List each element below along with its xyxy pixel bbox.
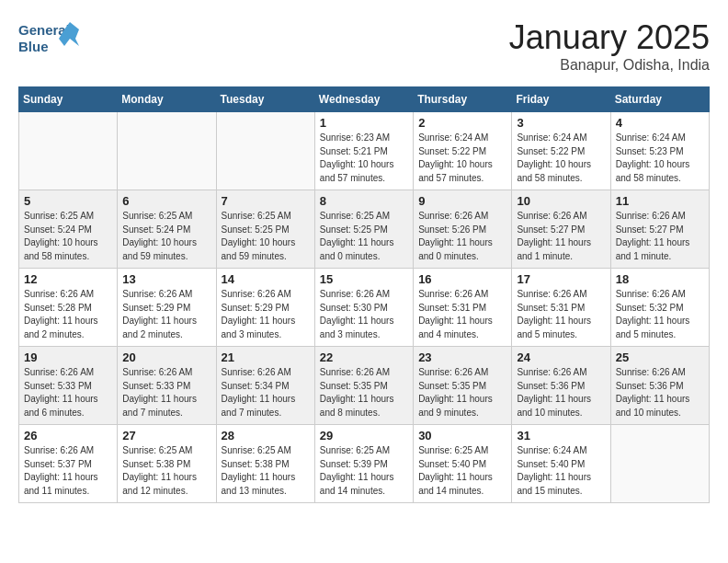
calendar-cell: 19Sunrise: 6:26 AM Sunset: 5:33 PM Dayli…	[19, 347, 118, 425]
day-number: 10	[517, 194, 605, 208]
day-number: 31	[517, 429, 605, 442]
day-info: Sunrise: 6:26 AM Sunset: 5:37 PM Dayligh…	[24, 444, 112, 498]
calendar-cell: 24Sunrise: 6:26 AM Sunset: 5:36 PM Dayli…	[512, 347, 610, 425]
calendar-cell: 17Sunrise: 6:26 AM Sunset: 5:31 PM Dayli…	[512, 269, 610, 347]
day-info: Sunrise: 6:25 AM Sunset: 5:38 PM Dayligh…	[222, 444, 310, 498]
calendar-table: SundayMondayTuesdayWednesdayThursdayFrid…	[18, 86, 710, 503]
svg-text:Blue: Blue	[18, 39, 49, 54]
day-number: 3	[517, 116, 605, 130]
day-info: Sunrise: 6:26 AM Sunset: 5:29 PM Dayligh…	[222, 288, 310, 341]
calendar-cell: 8Sunrise: 6:25 AM Sunset: 5:25 PM Daylig…	[314, 190, 413, 269]
day-number: 7	[222, 194, 310, 208]
day-info: Sunrise: 6:26 AM Sunset: 5:36 PM Dayligh…	[517, 366, 605, 419]
calendar-cell	[118, 112, 216, 190]
day-info: Sunrise: 6:24 AM Sunset: 5:22 PM Dayligh…	[418, 132, 506, 185]
day-info: Sunrise: 6:26 AM Sunset: 5:35 PM Dayligh…	[320, 366, 408, 419]
day-number: 8	[320, 194, 408, 208]
calendar-cell: 28Sunrise: 6:25 AM Sunset: 5:38 PM Dayli…	[216, 425, 314, 503]
calendar-cell: 9Sunrise: 6:26 AM Sunset: 5:26 PM Daylig…	[414, 190, 512, 269]
day-number: 11	[616, 194, 704, 208]
day-number: 19	[24, 350, 112, 364]
weekday-header-thursday: Thursday	[414, 87, 512, 112]
weekday-header-friday: Friday	[512, 87, 610, 112]
logo: General Blue	[18, 18, 83, 61]
day-info: Sunrise: 6:26 AM Sunset: 5:31 PM Dayligh…	[418, 288, 506, 341]
day-number: 18	[616, 272, 704, 286]
day-info: Sunrise: 6:23 AM Sunset: 5:21 PM Dayligh…	[320, 132, 408, 185]
logo-svg: General Blue	[18, 18, 83, 61]
day-number: 29	[320, 429, 408, 442]
day-number: 16	[418, 272, 506, 286]
calendar-cell	[610, 425, 709, 503]
day-number: 14	[222, 272, 310, 286]
day-number: 1	[320, 116, 408, 130]
day-number: 12	[24, 272, 112, 286]
calendar-cell: 3Sunrise: 6:24 AM Sunset: 5:22 PM Daylig…	[512, 112, 610, 190]
day-number: 4	[616, 116, 704, 130]
calendar-week-row: 12Sunrise: 6:26 AM Sunset: 5:28 PM Dayli…	[19, 269, 710, 347]
day-number: 13	[122, 272, 210, 286]
calendar-cell: 14Sunrise: 6:26 AM Sunset: 5:29 PM Dayli…	[216, 269, 314, 347]
day-info: Sunrise: 6:24 AM Sunset: 5:40 PM Dayligh…	[517, 444, 605, 498]
day-info: Sunrise: 6:24 AM Sunset: 5:22 PM Dayligh…	[517, 132, 605, 185]
weekday-header-monday: Monday	[118, 87, 216, 112]
weekday-header-sunday: Sunday	[19, 87, 118, 112]
calendar-cell: 30Sunrise: 6:25 AM Sunset: 5:40 PM Dayli…	[414, 425, 512, 503]
calendar-week-row: 19Sunrise: 6:26 AM Sunset: 5:33 PM Dayli…	[19, 347, 710, 425]
day-number: 2	[418, 116, 506, 130]
day-info: Sunrise: 6:24 AM Sunset: 5:23 PM Dayligh…	[616, 132, 704, 185]
day-number: 24	[517, 350, 605, 364]
day-info: Sunrise: 6:25 AM Sunset: 5:25 PM Dayligh…	[222, 210, 310, 263]
calendar-cell: 26Sunrise: 6:26 AM Sunset: 5:37 PM Dayli…	[19, 425, 118, 503]
day-number: 9	[418, 194, 506, 208]
calendar-cell: 10Sunrise: 6:26 AM Sunset: 5:27 PM Dayli…	[512, 190, 610, 269]
day-info: Sunrise: 6:26 AM Sunset: 5:29 PM Dayligh…	[122, 288, 210, 341]
day-number: 27	[122, 429, 210, 442]
calendar-cell: 6Sunrise: 6:25 AM Sunset: 5:24 PM Daylig…	[118, 190, 216, 269]
day-number: 22	[320, 350, 408, 364]
day-info: Sunrise: 6:26 AM Sunset: 5:36 PM Dayligh…	[616, 366, 704, 419]
calendar-cell: 7Sunrise: 6:25 AM Sunset: 5:25 PM Daylig…	[216, 190, 314, 269]
calendar-cell: 22Sunrise: 6:26 AM Sunset: 5:35 PM Dayli…	[314, 347, 413, 425]
title-block: January 2025 Banapur, Odisha, India	[509, 18, 710, 74]
day-info: Sunrise: 6:25 AM Sunset: 5:25 PM Dayligh…	[320, 210, 408, 263]
day-number: 28	[222, 429, 310, 442]
calendar-cell: 27Sunrise: 6:25 AM Sunset: 5:38 PM Dayli…	[118, 425, 216, 503]
day-number: 6	[122, 194, 210, 208]
calendar-cell	[19, 112, 118, 190]
day-info: Sunrise: 6:25 AM Sunset: 5:24 PM Dayligh…	[24, 210, 112, 263]
calendar-cell: 21Sunrise: 6:26 AM Sunset: 5:34 PM Dayli…	[216, 347, 314, 425]
day-number: 5	[24, 194, 112, 208]
day-info: Sunrise: 6:25 AM Sunset: 5:40 PM Dayligh…	[418, 444, 506, 498]
day-info: Sunrise: 6:26 AM Sunset: 5:34 PM Dayligh…	[222, 366, 310, 419]
calendar-cell: 15Sunrise: 6:26 AM Sunset: 5:30 PM Dayli…	[314, 269, 413, 347]
day-info: Sunrise: 6:26 AM Sunset: 5:35 PM Dayligh…	[418, 366, 506, 419]
calendar-cell: 29Sunrise: 6:25 AM Sunset: 5:39 PM Dayli…	[314, 425, 413, 503]
day-info: Sunrise: 6:26 AM Sunset: 5:31 PM Dayligh…	[517, 288, 605, 341]
calendar-cell: 23Sunrise: 6:26 AM Sunset: 5:35 PM Dayli…	[414, 347, 512, 425]
location: Banapur, Odisha, India	[509, 57, 710, 74]
day-info: Sunrise: 6:25 AM Sunset: 5:24 PM Dayligh…	[122, 210, 210, 263]
page-header: General Blue January 2025 Banapur, Odish…	[18, 18, 710, 74]
day-info: Sunrise: 6:26 AM Sunset: 5:32 PM Dayligh…	[616, 288, 704, 341]
day-info: Sunrise: 6:26 AM Sunset: 5:28 PM Dayligh…	[24, 288, 112, 341]
calendar-cell: 12Sunrise: 6:26 AM Sunset: 5:28 PM Dayli…	[19, 269, 118, 347]
calendar-week-row: 26Sunrise: 6:26 AM Sunset: 5:37 PM Dayli…	[19, 425, 710, 503]
calendar-week-row: 1Sunrise: 6:23 AM Sunset: 5:21 PM Daylig…	[19, 112, 710, 190]
calendar-cell: 4Sunrise: 6:24 AM Sunset: 5:23 PM Daylig…	[610, 112, 709, 190]
calendar-cell: 20Sunrise: 6:26 AM Sunset: 5:33 PM Dayli…	[118, 347, 216, 425]
day-info: Sunrise: 6:26 AM Sunset: 5:33 PM Dayligh…	[122, 366, 210, 419]
calendar-cell: 13Sunrise: 6:26 AM Sunset: 5:29 PM Dayli…	[118, 269, 216, 347]
day-info: Sunrise: 6:26 AM Sunset: 5:33 PM Dayligh…	[24, 366, 112, 419]
day-number: 20	[122, 350, 210, 364]
day-info: Sunrise: 6:26 AM Sunset: 5:27 PM Dayligh…	[616, 210, 704, 263]
calendar-cell: 31Sunrise: 6:24 AM Sunset: 5:40 PM Dayli…	[512, 425, 610, 503]
calendar-cell	[216, 112, 314, 190]
day-number: 26	[24, 429, 112, 442]
calendar-cell: 25Sunrise: 6:26 AM Sunset: 5:36 PM Dayli…	[610, 347, 709, 425]
calendar-cell: 2Sunrise: 6:24 AM Sunset: 5:22 PM Daylig…	[414, 112, 512, 190]
calendar-cell: 16Sunrise: 6:26 AM Sunset: 5:31 PM Dayli…	[414, 269, 512, 347]
day-info: Sunrise: 6:25 AM Sunset: 5:38 PM Dayligh…	[122, 444, 210, 498]
day-number: 21	[222, 350, 310, 364]
day-info: Sunrise: 6:26 AM Sunset: 5:26 PM Dayligh…	[418, 210, 506, 263]
